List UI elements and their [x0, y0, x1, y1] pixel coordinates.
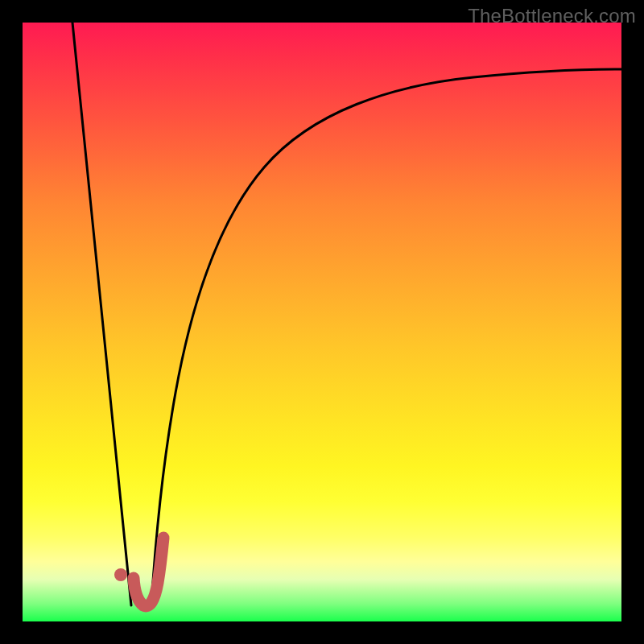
hook-marker-dot: [114, 568, 127, 581]
watermark-text: TheBottleneck.com: [468, 5, 636, 27]
series-left-line: [72, 23, 131, 605]
hook-marker: [134, 538, 163, 606]
series-right-curve: [151, 69, 621, 605]
chart-svg: [23, 23, 621, 621]
